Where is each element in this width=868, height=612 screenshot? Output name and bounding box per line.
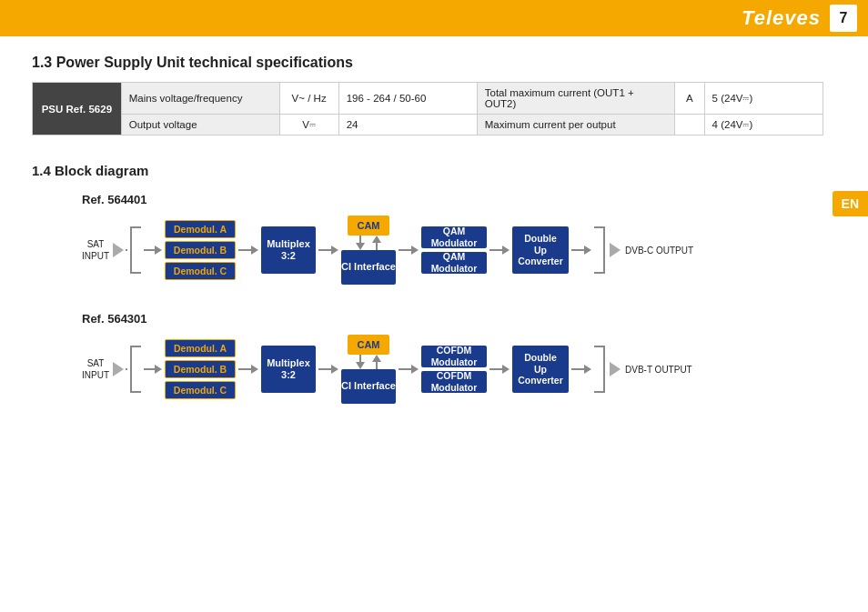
sat-input-arrow-2 (111, 346, 162, 393)
diagram2-ref: Ref. 564301 (82, 312, 836, 326)
arrow-to-cofdm (399, 365, 419, 374)
arrow-to-multiplex-2 (238, 365, 258, 374)
language-badge: EN (833, 191, 868, 216)
multiplex-box: Multiplex 3:2 (261, 226, 316, 274)
block-diagram-section: 1.4 Block diagram Ref. 564401 SATINPUT (32, 163, 836, 404)
result-cell: 4 (24V⎓) (704, 115, 823, 135)
arrow-to-doubleup (490, 246, 510, 255)
arrow-to-ci (318, 246, 338, 255)
mod-box-1: QAM Modulator (421, 226, 487, 248)
ci-interface-box-2: CI Interface (341, 369, 396, 404)
demodul-b-2: Demodul. B (165, 360, 236, 378)
value-cell: 196 - 264 / 50-60 (338, 83, 477, 115)
diagram2: Ref. 564301 SATINPUT (32, 312, 836, 404)
output-arrow-2 (571, 346, 622, 393)
diagram1: Ref. 564401 SATINPUT (32, 193, 836, 285)
table-row: Output voltage V⎓ 24 Maximum current per… (33, 115, 823, 135)
cam-ci-group-2: CAM CI Interfa (341, 335, 396, 404)
demodul-a: Demodul. A (165, 220, 236, 238)
double-up-converter: Double Up Converter (512, 226, 569, 274)
diagram2-row: SATINPUT Demodul. A Demodul. B De (82, 335, 836, 404)
demodul-c-2: Demodul. C (165, 381, 236, 399)
cofdm-box-2: COFDM Modulator (421, 371, 487, 393)
sat-input-arrow (111, 226, 162, 274)
header-bar: Televes 7 (0, 0, 868, 36)
output-arrow (571, 226, 622, 274)
cam-ci-group: CAM (341, 216, 396, 285)
sat-input-label-2: SATINPUT (82, 357, 109, 381)
demodul-b: Demodul. B (165, 241, 236, 259)
dvb-output-label: DVB-C OUTPUT (625, 245, 693, 256)
arrow-to-multiplex (238, 246, 258, 255)
cam-box: CAM (348, 216, 389, 236)
param-cell: Output voltage (121, 115, 279, 135)
double-up-converter-2: Double Up Converter (512, 346, 569, 393)
desc-cell: Maximum current per output (477, 115, 674, 135)
page-number: 7 (830, 5, 857, 32)
mod-box-2: QAM Modulator (421, 252, 487, 274)
result-cell: 5 (24V⎓) (704, 83, 823, 115)
diagram1-ref: Ref. 564401 (82, 193, 836, 206)
section2-title: 1.4 Block diagram (32, 163, 836, 178)
cofdm-box-1: COFDM Modulator (421, 346, 487, 367)
page-content: 1.3 Power Supply Unit technical specific… (0, 36, 868, 422)
desc-cell: Total maximum current (OUT1 + OUT2) (477, 83, 674, 115)
demodul-c: Demodul. C (165, 262, 236, 280)
value-cell: 24 (338, 115, 477, 135)
table-row: PSU Ref. 5629 Mains voltage/frequency V~… (33, 83, 823, 115)
arrow-to-ci-2 (318, 365, 338, 374)
unit-cell: V~ / Hz (279, 83, 338, 115)
param-cell: Mains voltage/frequency (121, 83, 279, 115)
section1-title: 1.3 Power Supply Unit technical specific… (32, 55, 836, 71)
cofdm-column: COFDM Modulator COFDM Modulator (421, 346, 487, 393)
sat-input-label: SATINPUT (82, 238, 109, 262)
spec-table: PSU Ref. 5629 Mains voltage/frequency V~… (32, 82, 823, 135)
arrow-to-doubleup-2 (490, 365, 510, 374)
cam-box-2: CAM (348, 335, 389, 355)
dvb-output-label-2: DVB-T OUTPUT (625, 364, 692, 376)
mod-column: QAM Modulator QAM Modulator (421, 226, 487, 274)
unit-cell: V⎓ (279, 115, 338, 135)
psu-ref-label: PSU Ref. 5629 (33, 83, 122, 135)
ci-interface-box: CI Interface (341, 250, 396, 285)
demodul-a-2: Demodul. A (165, 339, 236, 357)
amp-cell (675, 115, 705, 135)
company-logo: Televes (742, 6, 821, 30)
diagram1-row: SATINPUT (82, 216, 836, 285)
demod-column-2: Demodul. A Demodul. B Demodul. C (165, 339, 236, 399)
multiplex-box-2: Multiplex 3:2 (261, 346, 316, 393)
arrow-to-qam (399, 246, 419, 255)
amp-cell: A (675, 83, 705, 115)
demod-column: Demodul. A Demodul. B Demodul. C (165, 220, 236, 280)
